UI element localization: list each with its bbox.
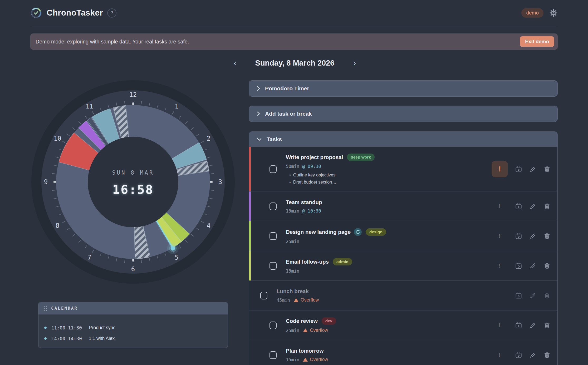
edit-button-pencil-icon[interactable]	[529, 262, 536, 269]
add-task-panel-header[interactable]: Add task or break	[249, 106, 558, 122]
edit-button-pencil-icon[interactable]	[529, 166, 536, 173]
task-title: Plan tomorrow	[286, 348, 324, 354]
task-duration: 15min	[286, 268, 299, 274]
event-title: Product sync	[89, 325, 115, 331]
subtask-item: •Outline key objectives	[289, 172, 492, 177]
calendar-event-row: 14:00–14:301:1 with Alex	[44, 336, 222, 341]
date-navigation: ‹ Sunday, 8 March 2026 ›	[231, 57, 558, 69]
task-scheduled-time: @ 10:30	[302, 208, 321, 214]
task-checkbox[interactable]	[270, 351, 277, 359]
next-day-button[interactable]: ›	[350, 59, 359, 67]
delete-button-trash-icon[interactable]	[543, 352, 551, 359]
pomodoro-panel-label: Pomodoro Timer	[265, 85, 309, 92]
edit-button-pencil-icon[interactable]	[529, 322, 536, 329]
task-title: Team standup	[286, 199, 322, 205]
clock-hour-number: 11	[86, 103, 93, 110]
task-tag-badge: design	[366, 228, 386, 236]
schedule-button-calendar-icon[interactable]	[515, 233, 522, 240]
clock-hour-number: 1	[175, 103, 178, 110]
task-tag-badge: admin	[333, 258, 352, 265]
event-dot-icon	[44, 337, 47, 340]
schedule-button-calendar-icon[interactable]	[515, 322, 522, 329]
overflow-warning-icon	[303, 328, 308, 332]
task-duration: 15min	[286, 357, 299, 362]
delete-button-trash-icon[interactable]	[543, 233, 551, 240]
app-header: ChronoTasker ? demo	[30, 0, 558, 26]
overflow-warning-icon	[303, 358, 308, 362]
pomodoro-panel-header[interactable]: Pomodoro Timer	[249, 80, 558, 97]
task-title: Code review	[286, 318, 318, 324]
task-tag-badge: deep work	[347, 154, 375, 161]
edit-button-pencil-icon[interactable]	[529, 203, 536, 210]
clock-date-label: SUN 8 MAR	[112, 170, 154, 176]
recurring-icon	[354, 228, 362, 236]
clock-time: 16:58	[112, 182, 154, 197]
task-title: Email follow-ups	[286, 259, 329, 265]
app-title: ChronoTasker	[47, 8, 103, 18]
delete-button-trash-icon[interactable]	[543, 322, 551, 329]
task-checkbox[interactable]	[270, 262, 277, 270]
demo-banner-text: Demo mode: exploring with sample data. Y…	[36, 39, 189, 45]
priority-button[interactable]: !	[499, 263, 501, 269]
delete-button-trash-icon[interactable]	[543, 166, 551, 173]
clock-hour-number: 10	[54, 135, 61, 142]
delete-button-trash-icon[interactable]	[543, 203, 551, 210]
day-clock: SUN 8 MAR16:58123456789101112	[30, 79, 236, 285]
task-row: Design new landing pagedesign25min!	[249, 221, 557, 251]
task-checkbox[interactable]	[270, 165, 277, 173]
priority-button[interactable]: !	[499, 203, 501, 209]
priority-button-active[interactable]: !	[492, 161, 508, 177]
overflow-label: Overflow	[301, 297, 319, 303]
task-row: Plan tomorrow15minOverflow!	[249, 340, 557, 365]
edit-button-pencil-icon[interactable]	[529, 352, 536, 359]
clock-hour-number: 2	[207, 135, 210, 142]
calendar-event-row: 11:00–11:30Product sync	[44, 325, 222, 331]
clock-hour-number: 7	[87, 254, 91, 261]
settings-gear-icon[interactable]	[549, 9, 558, 17]
prev-day-button[interactable]: ‹	[231, 59, 239, 67]
tasks-panel-header[interactable]: Tasks	[249, 132, 557, 147]
calendar-panel: CALENDAR 11:00–11:30Product sync14:00–14…	[38, 302, 228, 348]
clock-hour-number: 3	[218, 178, 222, 186]
delete-button-trash-icon[interactable]	[543, 292, 551, 299]
chevron-right-icon	[256, 86, 261, 91]
clock-hour-number: 5	[175, 254, 178, 261]
schedule-button-calendar-icon[interactable]	[515, 292, 522, 299]
tasks-list: Write project proposaldeep work50min@ 09…	[249, 147, 557, 365]
task-checkbox[interactable]	[270, 203, 277, 210]
task-color-bar	[249, 221, 251, 251]
task-checkbox[interactable]	[270, 322, 277, 329]
schedule-button-calendar-icon[interactable]	[515, 203, 522, 210]
priority-button[interactable]: !	[499, 352, 501, 358]
subtask-item: •Draft budget section…	[289, 180, 492, 185]
task-checkbox[interactable]	[270, 232, 277, 240]
clock-hour-number: 9	[44, 178, 48, 186]
task-color-bar	[249, 191, 251, 221]
task-duration: 25min	[286, 328, 299, 333]
task-row: Lunch break45minOverflow	[249, 280, 557, 310]
task-row: Team standup15min@ 10:30!	[249, 191, 557, 221]
edit-button-pencil-icon[interactable]	[529, 292, 536, 299]
help-button[interactable]: ?	[107, 8, 116, 18]
schedule-button-calendar-icon[interactable]	[515, 166, 522, 173]
current-date-label: Sunday, 8 March 2026	[239, 59, 350, 67]
task-duration: 25min	[286, 239, 299, 244]
exit-demo-button[interactable]: Exit demo	[520, 36, 554, 47]
clock-hour-number: 6	[131, 265, 135, 273]
chevron-down-icon	[256, 137, 262, 141]
event-title: 1:1 with Alex	[89, 336, 115, 341]
task-checkbox[interactable]	[260, 292, 267, 299]
task-title: Design new landing page	[286, 229, 351, 235]
priority-button[interactable]: !	[499, 322, 501, 328]
demo-badge: demo	[521, 8, 543, 18]
priority-button[interactable]: !	[499, 233, 501, 239]
edit-button-pencil-icon[interactable]	[529, 233, 536, 240]
add-task-panel-label: Add task or break	[265, 111, 312, 117]
overflow-label: Overflow	[310, 357, 328, 362]
schedule-button-calendar-icon[interactable]	[515, 262, 522, 269]
schedule-button-calendar-icon[interactable]	[515, 352, 522, 359]
drag-handle-icon[interactable]	[44, 306, 47, 311]
task-row: Email follow-upsadmin15min!	[249, 251, 557, 280]
delete-button-trash-icon[interactable]	[543, 262, 551, 269]
clock-hour-number: 12	[129, 91, 137, 98]
